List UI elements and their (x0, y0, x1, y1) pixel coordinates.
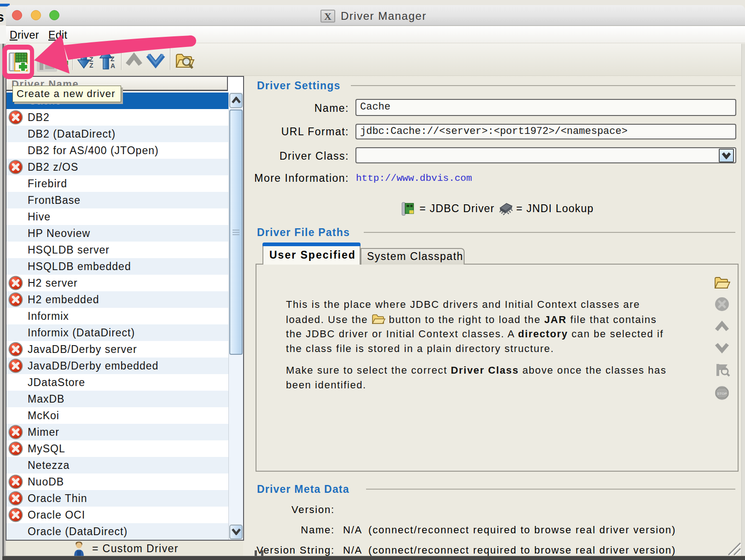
svg-text:STOP: STOP (717, 392, 727, 396)
